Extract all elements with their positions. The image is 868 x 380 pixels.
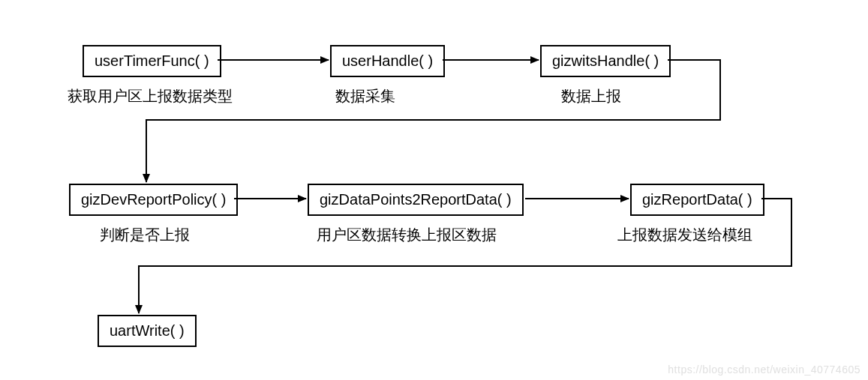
node-userTimerFunc: userTimerFunc( ) <box>83 45 221 77</box>
caption-gizDevReportPolicy: 判断是否上报 <box>100 225 190 245</box>
caption-gizReportData: 上报数据发送给模组 <box>617 225 752 245</box>
node-gizDevReportPolicy: gizDevReportPolicy( ) <box>69 184 238 216</box>
node-gizDataPoints2ReportData: gizDataPoints2ReportData( ) <box>308 184 524 216</box>
caption-gizwitsHandle: 数据上报 <box>561 86 621 106</box>
caption-userHandle: 数据采集 <box>335 86 395 106</box>
node-gizReportData: gizReportData( ) <box>630 184 764 216</box>
node-gizwitsHandle: gizwitsHandle( ) <box>540 45 671 77</box>
watermark-text: https://blog.csdn.net/weixin_40774605 <box>668 364 860 376</box>
caption-gizDataPoints2ReportData: 用户区数据转换上报区数据 <box>317 225 497 245</box>
node-userHandle: userHandle( ) <box>330 45 445 77</box>
caption-userTimerFunc: 获取用户区上报数据类型 <box>68 86 233 106</box>
node-uartWrite: uartWrite( ) <box>98 315 197 347</box>
